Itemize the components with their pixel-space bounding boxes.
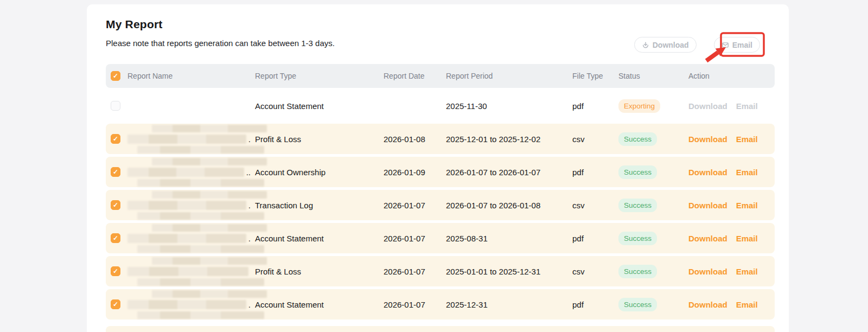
download-link[interactable]: Download [688, 234, 727, 243]
row-checkbox[interactable] [111, 134, 120, 144]
status-badge: Exporting [618, 99, 660, 113]
file-type-cell: pdf [572, 168, 618, 177]
table-row: .. Account Ownership 2026-01-09 2026-01-… [106, 157, 775, 187]
status-cell: Success [618, 232, 688, 245]
status-cell: Success [618, 199, 688, 212]
column-report-name: Report Name [127, 72, 255, 80]
report-period-cell: 2025-12-31 [446, 300, 572, 309]
column-status: Status [618, 72, 688, 80]
table-row: Profit & Loss 2026-01-07 2025-01-01 to 2… [106, 256, 775, 286]
report-period-cell: 2025-12-01 to 2025-12-02 [446, 135, 572, 144]
email-link[interactable]: Email [736, 267, 758, 276]
report-type-cell: Account Statement [255, 234, 384, 243]
row-checkbox[interactable] [111, 101, 120, 111]
table-row: . Transaction Log 2026-01-07 2026-01-07 … [106, 190, 775, 220]
table-row: . Account Statement 2026-01-07 2025-12-3… [106, 289, 775, 320]
file-type-cell: pdf [572, 101, 618, 111]
reports-table: Report Name Report Type Report Date Repo… [106, 64, 775, 332]
status-badge: Success [618, 132, 657, 146]
download-link[interactable]: Download [688, 135, 727, 144]
file-type-cell: csv [572, 201, 618, 210]
row-checkbox[interactable] [111, 233, 120, 243]
download-link[interactable]: Download [688, 168, 727, 177]
report-type-cell: Account Statement [255, 300, 384, 309]
email-link[interactable]: Email [736, 234, 758, 243]
report-date-cell: 2026-01-07 [384, 300, 446, 309]
email-link[interactable]: Email [736, 201, 758, 210]
report-name-cell [127, 92, 255, 120]
select-all-checkbox[interactable] [111, 71, 120, 81]
download-button-label: Download [653, 41, 689, 49]
report-date-cell: 2026-01-07 [384, 201, 446, 210]
download-link[interactable]: Download [688, 101, 727, 111]
action-cell: Download Email [688, 168, 775, 177]
report-name-cell: . [127, 125, 255, 154]
redacted-name-suffix: .. [246, 168, 251, 177]
report-type-cell: Profit & Loss [255, 267, 384, 276]
action-cell: Download Email [688, 234, 775, 243]
download-link[interactable]: Download [688, 300, 727, 309]
page-title: My Report [106, 17, 775, 31]
status-badge: Success [618, 265, 657, 278]
action-cell: Download Email [688, 267, 775, 276]
status-badge: Success [618, 199, 657, 212]
redacted-name-suffix: . [248, 135, 251, 144]
email-button[interactable]: Email [714, 37, 760, 53]
table-row: . Profit & Loss 2026-01-08 2025-12-01 to… [106, 124, 775, 154]
file-type-cell: csv [572, 267, 618, 276]
redacted-name-suffix: . [248, 234, 251, 243]
status-cell: Success [618, 265, 688, 278]
report-name-cell: .. [127, 158, 255, 187]
report-period-cell: 2026-01-07 to 2026-01-07 [446, 168, 572, 177]
file-type-cell: pdf [572, 300, 618, 309]
report-name-cell: . [127, 191, 255, 220]
status-badge: Success [618, 298, 657, 311]
download-link[interactable]: Download [688, 201, 727, 210]
redacted-name-suffix: . [248, 300, 251, 309]
status-cell: Exporting [618, 99, 688, 113]
row-checkbox[interactable] [111, 299, 120, 309]
email-icon [722, 41, 729, 49]
report-name-cell [127, 257, 255, 286]
column-report-period: Report Period [446, 72, 572, 80]
table-header-row: Report Name Report Type Report Date Repo… [106, 64, 775, 88]
column-file-type: File Type [572, 72, 618, 80]
column-report-date: Report Date [384, 72, 446, 80]
file-type-cell: csv [572, 135, 618, 144]
download-link[interactable]: Download [688, 267, 727, 276]
email-link[interactable]: Email [736, 101, 758, 111]
report-period-cell: 2025-01-01 to 2025-12-31 [446, 267, 572, 276]
report-date-cell: 2026-01-07 [384, 267, 446, 276]
action-cell: Download Email [688, 135, 775, 144]
redacted-report-name: . [127, 191, 251, 220]
email-link[interactable]: Email [736, 135, 758, 144]
row-checkbox[interactable] [111, 167, 120, 177]
column-action: Action [688, 72, 775, 80]
action-cell: Download Email [688, 101, 775, 111]
report-type-cell: Account Statement [255, 101, 384, 111]
report-date-cell: 2026-01-09 [384, 168, 446, 177]
status-badge: Success [618, 165, 657, 179]
redacted-report-name [127, 257, 251, 286]
redacted-report-name: . [127, 125, 251, 154]
email-link[interactable]: Email [736, 168, 758, 177]
file-type-cell: pdf [572, 234, 618, 243]
status-cell: Success [618, 132, 688, 146]
status-badge: Success [618, 232, 657, 245]
row-checkbox[interactable] [111, 200, 120, 210]
redacted-report-name: . [127, 290, 251, 319]
report-card: My Report Please note that reports gener… [87, 4, 789, 332]
table-row-partial [106, 326, 775, 332]
download-button[interactable]: Download [634, 37, 697, 53]
report-type-cell: Transaction Log [255, 201, 384, 210]
email-link[interactable]: Email [736, 300, 758, 309]
report-type-cell: Account Ownership [255, 168, 384, 177]
redacted-report-name: . [127, 224, 251, 253]
report-period-cell: 2026-01-07 to 2026-01-08 [446, 201, 572, 210]
action-cell: Download Email [688, 201, 775, 210]
report-period-cell: 2025-11-30 [446, 101, 572, 111]
status-cell: Success [618, 165, 688, 179]
row-checkbox[interactable] [111, 266, 120, 276]
action-cell: Download Email [688, 300, 775, 309]
report-date-cell: 2026-01-07 [384, 234, 446, 243]
